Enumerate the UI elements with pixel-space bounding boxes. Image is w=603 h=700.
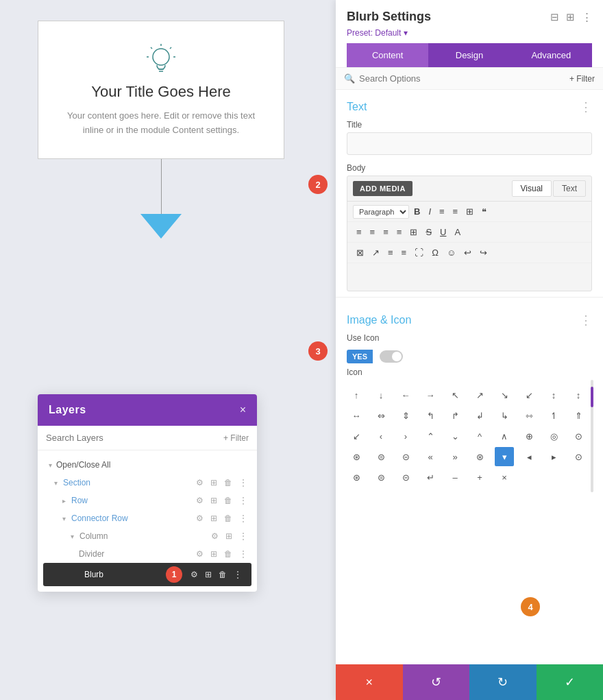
icon-x[interactable]: ×	[495, 468, 514, 487]
delete-icon[interactable]: 🗑	[223, 548, 234, 559]
icon-lr-2[interactable]: ⇔	[371, 406, 391, 425]
icon-corner-ld[interactable]: ↲	[470, 406, 489, 425]
cancel-button[interactable]: ×	[336, 664, 403, 700]
icon-caret-4[interactable]: ∧	[495, 426, 514, 446]
layers-search-input[interactable]	[46, 433, 218, 443]
duplicate-icon[interactable]: ⊞	[224, 531, 234, 542]
text-section-menu[interactable]: ⋮	[580, 99, 592, 114]
open-close-all[interactable]: ▾ Open/Close All	[38, 456, 257, 474]
duplicate-icon[interactable]: ⊞	[209, 477, 219, 488]
icon-updown[interactable]: ↕	[544, 385, 563, 405]
icon-ud-2[interactable]: ⇕	[396, 406, 415, 425]
more-icon[interactable]: ⋮	[238, 531, 249, 542]
icon-play-l[interactable]: ◂	[519, 447, 539, 466]
icon-play-r[interactable]: ▸	[544, 447, 563, 466]
delete-icon[interactable]: 🗑	[223, 477, 234, 488]
icon-circle-minus[interactable]: ⊝	[396, 447, 415, 466]
delete-icon[interactable]: 🗑	[223, 495, 234, 506]
tab-text[interactable]: Text	[553, 180, 586, 197]
layer-item-column[interactable]: ▾ Column ⚙ ⊞ ⋮	[38, 527, 257, 545]
icon-dbl-angle-r[interactable]: »	[445, 447, 465, 466]
icon-grid-scrollbar[interactable]	[591, 380, 593, 492]
tab-content[interactable]: Content	[347, 43, 428, 67]
icon-right[interactable]: →	[421, 385, 440, 405]
grid-icon[interactable]: ⊞	[566, 11, 575, 23]
icon-se[interactable]: ↘	[495, 385, 514, 405]
delete-icon[interactable]: 🗑	[223, 513, 234, 524]
table-btn[interactable]: ⊞	[406, 225, 421, 239]
icon-caret-d[interactable]: ⌄	[445, 426, 465, 446]
duplicate-icon[interactable]: ⊞	[209, 548, 219, 559]
icon-down[interactable]: ↓	[371, 385, 391, 405]
more-icon[interactable]: ⋮	[232, 569, 243, 580]
icon-angle-l[interactable]: ‹	[371, 426, 391, 446]
outdent-btn[interactable]: ≡	[398, 245, 410, 260]
underline-btn[interactable]: U	[436, 225, 450, 239]
add-filter-button[interactable]: + Filter	[569, 74, 595, 84]
layer-item-blurb[interactable]: Blurb 1 ⚙ ⊞ 🗑 ⋮	[43, 563, 251, 586]
icon-dbl-angle-l[interactable]: «	[421, 447, 440, 466]
more-icon[interactable]: ⋮	[238, 477, 249, 488]
icon-plus[interactable]: +	[470, 468, 489, 487]
duplicate-icon[interactable]: ⊞	[209, 495, 219, 506]
layer-item-row[interactable]: ▸ Row ⚙ ⊞ 🗑 ⋮	[38, 492, 257, 509]
strikethrough-btn[interactable]: S	[422, 225, 435, 239]
tab-visual[interactable]: Visual	[512, 180, 552, 197]
align-justify-btn[interactable]: ≡	[393, 225, 406, 239]
icon-caret-u[interactable]: ⌃	[421, 426, 440, 446]
icon-hook[interactable]: ↿	[544, 406, 563, 425]
use-icon-toggle[interactable]	[380, 350, 403, 363]
link-btn[interactable]: ⊞	[463, 204, 477, 219]
icon-circle-eq[interactable]: ⊜	[371, 447, 391, 466]
layers-close-button[interactable]: ×	[240, 404, 246, 416]
icon-circle-down[interactable]: ⊛	[347, 468, 366, 487]
redo-btn[interactable]: ↪	[476, 245, 491, 260]
icon-circle[interactable]: ◎	[544, 426, 563, 446]
undo-btn[interactable]: ↩	[460, 245, 475, 260]
icon-corner-rd[interactable]: ↳	[495, 406, 514, 425]
undo-button[interactable]: ↺	[403, 664, 470, 700]
icon-circle-l[interactable]: ⊛	[347, 447, 366, 466]
special-chars-btn[interactable]: Ω	[428, 245, 442, 260]
paragraph-select[interactable]: Paragraph	[353, 205, 409, 219]
bold-btn[interactable]: B	[410, 204, 423, 219]
layers-filter-button[interactable]: + Filter	[223, 433, 249, 443]
icon-ne[interactable]: ↗	[470, 385, 489, 405]
align-right-btn[interactable]: ≡	[380, 225, 392, 239]
icon-angle-r[interactable]: ›	[396, 426, 415, 446]
align-left-btn[interactable]: ≡	[353, 225, 365, 239]
tab-design[interactable]: Design	[428, 43, 510, 67]
duplicate-icon[interactable]: ⊞	[204, 569, 213, 580]
redo-button[interactable]: ↻	[469, 664, 537, 700]
icon-caret-3[interactable]: ^	[470, 426, 489, 446]
title-field-input[interactable]	[347, 132, 592, 155]
icon-cross[interactable]: ⊕	[519, 426, 539, 446]
icon-lr[interactable]: ↔	[347, 406, 366, 425]
layer-item-section[interactable]: ▾ Section ⚙ ⊞ 🗑 ⋮	[38, 474, 257, 492]
special-btn-1[interactable]: ⊠	[353, 245, 367, 260]
more-options-icon[interactable]: ⋮	[582, 11, 592, 23]
settings-icon[interactable]: ⚙	[195, 548, 205, 559]
image-icon-section-menu[interactable]: ⋮	[580, 313, 592, 328]
duplicate-icon[interactable]: ⊞	[209, 513, 219, 524]
body-editor-area[interactable]	[347, 263, 591, 291]
save-button[interactable]: ✓	[537, 664, 604, 700]
fullscreen-btn[interactable]: ⛶	[411, 245, 427, 260]
icon-circle-2[interactable]: ⊙	[569, 426, 588, 446]
settings-icon[interactable]: ⚙	[210, 531, 220, 542]
icon-nw[interactable]: ↖	[445, 385, 465, 405]
layer-item-connector-row[interactable]: ▾ Connector Row ⚙ ⊞ 🗑 ⋮	[38, 509, 257, 527]
responsive-icon[interactable]: ⊟	[550, 11, 559, 23]
yes-toggle-button[interactable]: YES	[347, 350, 373, 363]
more-icon[interactable]: ⋮	[238, 495, 249, 506]
ordered-list-btn[interactable]: ≡	[450, 204, 462, 219]
icon-circle-right[interactable]: ⊝	[396, 468, 415, 487]
superscript-btn[interactable]: ↗	[369, 245, 383, 260]
icon-minus[interactable]: –	[445, 468, 465, 487]
icon-corner-lu[interactable]: ↰	[421, 406, 440, 425]
font-color-btn[interactable]: A	[451, 225, 464, 239]
icon-circle-up[interactable]: ⊙	[569, 447, 588, 466]
icon-dropdown-selected[interactable]: ▾	[495, 447, 514, 466]
add-media-button[interactable]: ADD MEDIA	[353, 181, 413, 196]
tab-advanced[interactable]: Advanced	[510, 43, 592, 67]
